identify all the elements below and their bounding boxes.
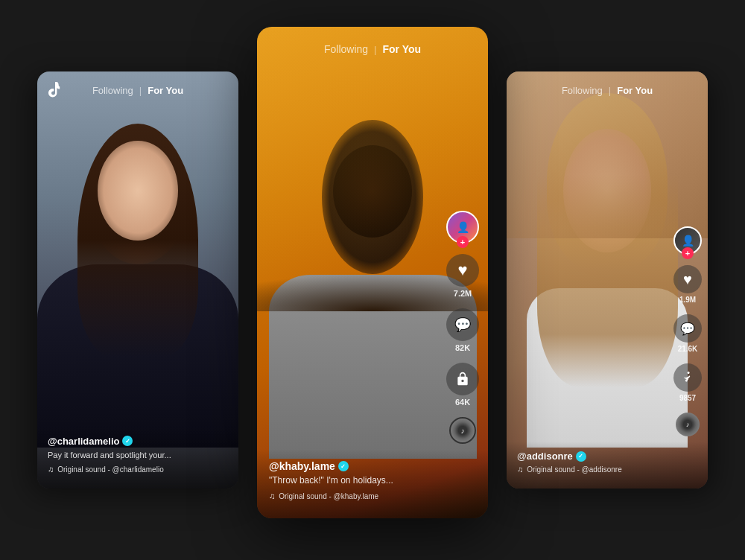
center-comments-group: 💬 82K [446,308,479,352]
center-music-disc: ♪ [449,417,476,444]
left-bottom-info: @charlidamelio ✓ Pay it forward and spot… [37,427,238,489]
center-likes-group: ♥ 7.2M [446,254,479,298]
right-right-sidebar: 👤 + ♥ 1.9M 💬 [673,226,702,436]
center-music-icon: ♫ [269,491,275,500]
left-content: Following | For You @charlidamelio ✓ Pay… [37,71,238,489]
center-username-row: @khaby.lame ✓ [269,460,476,472]
left-top-nav: Following | For You [37,85,238,96]
center-username[interactable]: @khaby.lame [269,460,335,472]
right-comment-button[interactable]: 💬 [673,314,702,343]
center-avatar-container: 👤 + [446,211,479,244]
center-likes-count: 7.2M [454,289,472,298]
left-username[interactable]: @charlidamelio [48,436,119,447]
right-music-icon: ♫ [517,465,523,474]
left-sound-text[interactable]: Original sound - @charlidamelio [57,465,163,474]
right-likes-count: 1.9M [679,296,696,304]
center-shares-count: 64K [455,398,470,407]
right-bottom-info: @addisonre ✓ ♫ Original sound - @addison… [507,442,708,489]
right-content: Following | For You 👤 + [507,71,708,489]
right-username-row: @addisonre ✓ [517,451,697,462]
center-sound-row: ♫ Original sound - @khaby.lame [269,491,476,500]
right-verified-badge: ✓ [576,451,586,462]
center-top-nav: Following | For You [257,43,488,55]
center-share-button[interactable] [446,363,479,395]
right-share-button[interactable] [673,363,702,392]
center-nav-sep: | [374,44,376,55]
center-share-group: 64K [446,363,479,407]
right-likes-group: ♥ 1.9M [673,265,702,304]
left-nav-sep: | [139,85,142,96]
center-sound-text[interactable]: Original sound - @khaby.lame [279,492,378,500]
right-follow-button[interactable]: + [682,247,694,259]
right-comments-count: 21.6K [678,345,698,353]
phone-left: Following | For You @charlidamelio ✓ Pay… [37,71,238,489]
center-following-tab[interactable]: Following [324,43,368,55]
left-verified-badge: ✓ [122,436,133,446]
left-caption: Pay it forward and spotlight your... [48,450,228,460]
right-username[interactable]: @addisonre [517,451,573,462]
left-music-icon: ♫ [48,465,54,474]
right-shares-count: 9857 [679,394,696,402]
center-bottom-info: @khaby.lame ✓ "Throw back!" I'm on holid… [257,450,488,518]
right-sound-text[interactable]: Original sound - @addisonre [527,465,621,474]
right-music-disc: ♪ [676,413,700,436]
right-sound-row: ♫ Original sound - @addisonre [517,465,697,474]
left-following-tab[interactable]: Following [92,85,133,96]
right-top-nav: Following | For You [507,85,708,96]
center-comments-count: 82K [455,343,470,352]
right-foryou-tab[interactable]: For You [617,85,653,96]
right-comments-group: 💬 21.6K [673,314,702,353]
right-avatar-container: 👤 + [673,226,702,255]
right-following-tab[interactable]: Following [562,85,603,96]
right-like-button[interactable]: ♥ [673,265,702,293]
left-foryou-tab[interactable]: For You [148,85,183,96]
left-username-row: @charlidamelio ✓ [48,436,228,447]
phone-center: Following | For You 👤 + [257,27,488,518]
center-comment-button[interactable]: 💬 [446,308,479,341]
left-sound-row: ♫ Original sound - @charlidamelio [48,465,228,474]
phone-right: Following | For You 👤 + [507,71,708,489]
center-caption: "Throw back!" I'm on holidays... [269,475,476,487]
center-content: Following | For You 👤 + [257,27,488,518]
center-follow-button[interactable]: + [457,236,469,248]
center-right-sidebar: 👤 + ♥ 7.2M 💬 [446,211,479,444]
center-like-button[interactable]: ♥ [446,254,479,287]
scene: Following | For You @charlidamelio ✓ Pay… [15,12,730,548]
center-verified-badge: ✓ [338,461,349,471]
right-nav-sep: | [609,85,611,96]
right-share-group: 9857 [673,363,702,402]
center-foryou-tab[interactable]: For You [382,43,421,55]
